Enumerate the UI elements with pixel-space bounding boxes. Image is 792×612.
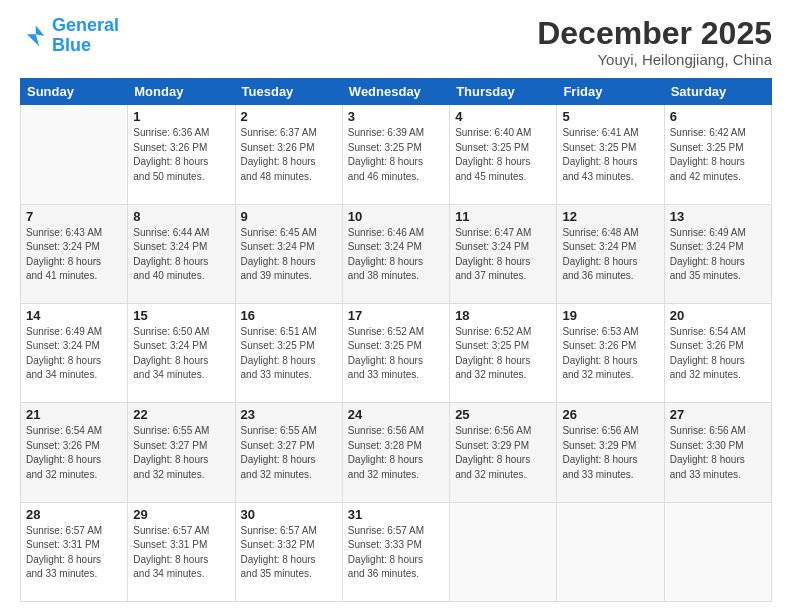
day-cell bbox=[450, 502, 557, 601]
day-detail: Sunrise: 6:40 AM Sunset: 3:25 PM Dayligh… bbox=[455, 126, 551, 184]
week-row-3: 21Sunrise: 6:54 AM Sunset: 3:26 PM Dayli… bbox=[21, 403, 772, 502]
day-number: 10 bbox=[348, 209, 444, 224]
month-title: December 2025 bbox=[537, 16, 772, 51]
day-number: 16 bbox=[241, 308, 337, 323]
day-number: 14 bbox=[26, 308, 122, 323]
day-cell: 5Sunrise: 6:41 AM Sunset: 3:25 PM Daylig… bbox=[557, 105, 664, 204]
day-cell bbox=[664, 502, 771, 601]
day-number: 5 bbox=[562, 109, 658, 124]
day-detail: Sunrise: 6:56 AM Sunset: 3:29 PM Dayligh… bbox=[562, 424, 658, 482]
day-cell: 13Sunrise: 6:49 AM Sunset: 3:24 PM Dayli… bbox=[664, 204, 771, 303]
day-number: 11 bbox=[455, 209, 551, 224]
day-cell: 19Sunrise: 6:53 AM Sunset: 3:26 PM Dayli… bbox=[557, 303, 664, 402]
day-cell: 20Sunrise: 6:54 AM Sunset: 3:26 PM Dayli… bbox=[664, 303, 771, 402]
day-detail: Sunrise: 6:44 AM Sunset: 3:24 PM Dayligh… bbox=[133, 226, 229, 284]
col-saturday: Saturday bbox=[664, 79, 771, 105]
day-detail: Sunrise: 6:49 AM Sunset: 3:24 PM Dayligh… bbox=[670, 226, 766, 284]
day-cell: 25Sunrise: 6:56 AM Sunset: 3:29 PM Dayli… bbox=[450, 403, 557, 502]
day-detail: Sunrise: 6:56 AM Sunset: 3:28 PM Dayligh… bbox=[348, 424, 444, 482]
day-number: 9 bbox=[241, 209, 337, 224]
week-row-4: 28Sunrise: 6:57 AM Sunset: 3:31 PM Dayli… bbox=[21, 502, 772, 601]
day-number: 27 bbox=[670, 407, 766, 422]
col-friday: Friday bbox=[557, 79, 664, 105]
day-cell: 30Sunrise: 6:57 AM Sunset: 3:32 PM Dayli… bbox=[235, 502, 342, 601]
day-detail: Sunrise: 6:41 AM Sunset: 3:25 PM Dayligh… bbox=[562, 126, 658, 184]
col-sunday: Sunday bbox=[21, 79, 128, 105]
day-number: 18 bbox=[455, 308, 551, 323]
day-number: 13 bbox=[670, 209, 766, 224]
logo-text: General Blue bbox=[52, 16, 119, 56]
day-detail: Sunrise: 6:46 AM Sunset: 3:24 PM Dayligh… bbox=[348, 226, 444, 284]
day-number: 8 bbox=[133, 209, 229, 224]
day-detail: Sunrise: 6:54 AM Sunset: 3:26 PM Dayligh… bbox=[26, 424, 122, 482]
day-cell: 6Sunrise: 6:42 AM Sunset: 3:25 PM Daylig… bbox=[664, 105, 771, 204]
col-tuesday: Tuesday bbox=[235, 79, 342, 105]
day-number: 24 bbox=[348, 407, 444, 422]
day-cell bbox=[21, 105, 128, 204]
day-detail: Sunrise: 6:54 AM Sunset: 3:26 PM Dayligh… bbox=[670, 325, 766, 383]
day-detail: Sunrise: 6:56 AM Sunset: 3:29 PM Dayligh… bbox=[455, 424, 551, 482]
day-cell: 12Sunrise: 6:48 AM Sunset: 3:24 PM Dayli… bbox=[557, 204, 664, 303]
day-number: 6 bbox=[670, 109, 766, 124]
day-cell: 1Sunrise: 6:36 AM Sunset: 3:26 PM Daylig… bbox=[128, 105, 235, 204]
day-detail: Sunrise: 6:48 AM Sunset: 3:24 PM Dayligh… bbox=[562, 226, 658, 284]
day-cell: 14Sunrise: 6:49 AM Sunset: 3:24 PM Dayli… bbox=[21, 303, 128, 402]
day-detail: Sunrise: 6:57 AM Sunset: 3:31 PM Dayligh… bbox=[133, 524, 229, 582]
day-number: 1 bbox=[133, 109, 229, 124]
logo-general: General bbox=[52, 15, 119, 35]
day-detail: Sunrise: 6:52 AM Sunset: 3:25 PM Dayligh… bbox=[348, 325, 444, 383]
day-cell: 16Sunrise: 6:51 AM Sunset: 3:25 PM Dayli… bbox=[235, 303, 342, 402]
title-block: December 2025 Youyi, Heilongjiang, China bbox=[537, 16, 772, 68]
day-cell: 8Sunrise: 6:44 AM Sunset: 3:24 PM Daylig… bbox=[128, 204, 235, 303]
svg-marker-0 bbox=[27, 25, 45, 46]
day-number: 3 bbox=[348, 109, 444, 124]
week-row-0: 1Sunrise: 6:36 AM Sunset: 3:26 PM Daylig… bbox=[21, 105, 772, 204]
day-detail: Sunrise: 6:49 AM Sunset: 3:24 PM Dayligh… bbox=[26, 325, 122, 383]
day-cell: 26Sunrise: 6:56 AM Sunset: 3:29 PM Dayli… bbox=[557, 403, 664, 502]
day-cell: 23Sunrise: 6:55 AM Sunset: 3:27 PM Dayli… bbox=[235, 403, 342, 502]
day-cell: 31Sunrise: 6:57 AM Sunset: 3:33 PM Dayli… bbox=[342, 502, 449, 601]
day-cell: 11Sunrise: 6:47 AM Sunset: 3:24 PM Dayli… bbox=[450, 204, 557, 303]
day-cell: 17Sunrise: 6:52 AM Sunset: 3:25 PM Dayli… bbox=[342, 303, 449, 402]
day-detail: Sunrise: 6:36 AM Sunset: 3:26 PM Dayligh… bbox=[133, 126, 229, 184]
day-cell: 4Sunrise: 6:40 AM Sunset: 3:25 PM Daylig… bbox=[450, 105, 557, 204]
day-number: 30 bbox=[241, 507, 337, 522]
day-detail: Sunrise: 6:55 AM Sunset: 3:27 PM Dayligh… bbox=[133, 424, 229, 482]
day-cell: 7Sunrise: 6:43 AM Sunset: 3:24 PM Daylig… bbox=[21, 204, 128, 303]
day-cell: 2Sunrise: 6:37 AM Sunset: 3:26 PM Daylig… bbox=[235, 105, 342, 204]
day-number: 23 bbox=[241, 407, 337, 422]
day-number: 4 bbox=[455, 109, 551, 124]
logo-icon bbox=[20, 22, 48, 50]
day-cell: 24Sunrise: 6:56 AM Sunset: 3:28 PM Dayli… bbox=[342, 403, 449, 502]
day-detail: Sunrise: 6:53 AM Sunset: 3:26 PM Dayligh… bbox=[562, 325, 658, 383]
day-cell: 27Sunrise: 6:56 AM Sunset: 3:30 PM Dayli… bbox=[664, 403, 771, 502]
header-row: Sunday Monday Tuesday Wednesday Thursday… bbox=[21, 79, 772, 105]
day-number: 26 bbox=[562, 407, 658, 422]
col-wednesday: Wednesday bbox=[342, 79, 449, 105]
day-detail: Sunrise: 6:43 AM Sunset: 3:24 PM Dayligh… bbox=[26, 226, 122, 284]
day-number: 29 bbox=[133, 507, 229, 522]
day-cell: 18Sunrise: 6:52 AM Sunset: 3:25 PM Dayli… bbox=[450, 303, 557, 402]
day-detail: Sunrise: 6:37 AM Sunset: 3:26 PM Dayligh… bbox=[241, 126, 337, 184]
day-detail: Sunrise: 6:51 AM Sunset: 3:25 PM Dayligh… bbox=[241, 325, 337, 383]
day-detail: Sunrise: 6:52 AM Sunset: 3:25 PM Dayligh… bbox=[455, 325, 551, 383]
logo: General Blue bbox=[20, 16, 119, 56]
week-row-1: 7Sunrise: 6:43 AM Sunset: 3:24 PM Daylig… bbox=[21, 204, 772, 303]
day-detail: Sunrise: 6:42 AM Sunset: 3:25 PM Dayligh… bbox=[670, 126, 766, 184]
day-number: 28 bbox=[26, 507, 122, 522]
day-detail: Sunrise: 6:57 AM Sunset: 3:33 PM Dayligh… bbox=[348, 524, 444, 582]
day-cell: 29Sunrise: 6:57 AM Sunset: 3:31 PM Dayli… bbox=[128, 502, 235, 601]
header: General Blue December 2025 Youyi, Heilon… bbox=[20, 16, 772, 68]
day-number: 22 bbox=[133, 407, 229, 422]
week-row-2: 14Sunrise: 6:49 AM Sunset: 3:24 PM Dayli… bbox=[21, 303, 772, 402]
day-detail: Sunrise: 6:56 AM Sunset: 3:30 PM Dayligh… bbox=[670, 424, 766, 482]
subtitle: Youyi, Heilongjiang, China bbox=[537, 51, 772, 68]
day-number: 25 bbox=[455, 407, 551, 422]
day-cell: 28Sunrise: 6:57 AM Sunset: 3:31 PM Dayli… bbox=[21, 502, 128, 601]
day-number: 31 bbox=[348, 507, 444, 522]
day-number: 7 bbox=[26, 209, 122, 224]
day-cell: 15Sunrise: 6:50 AM Sunset: 3:24 PM Dayli… bbox=[128, 303, 235, 402]
day-number: 15 bbox=[133, 308, 229, 323]
day-detail: Sunrise: 6:50 AM Sunset: 3:24 PM Dayligh… bbox=[133, 325, 229, 383]
col-monday: Monday bbox=[128, 79, 235, 105]
